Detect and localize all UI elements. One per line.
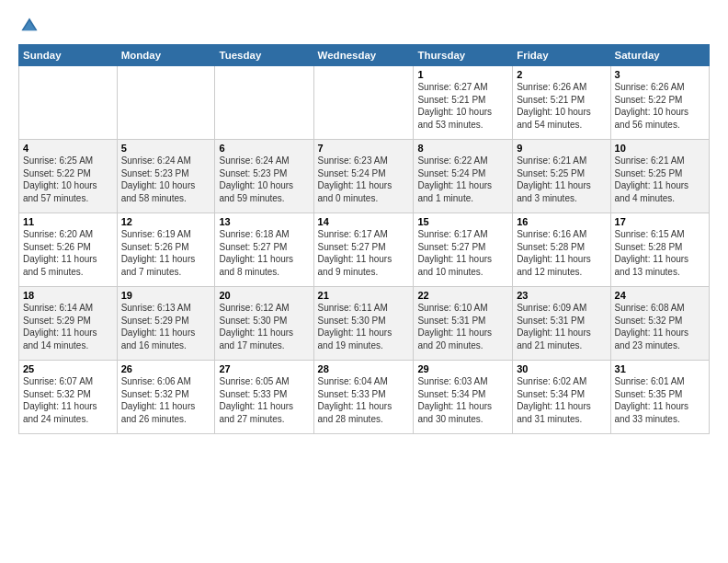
day-number: 18: [23, 290, 113, 301]
day-info: Sunrise: 6:07 AM Sunset: 5:32 PM Dayligh…: [23, 375, 113, 425]
calendar-cell: 4Sunrise: 6:25 AM Sunset: 5:22 PM Daylig…: [19, 140, 118, 213]
day-info: Sunrise: 6:19 AM Sunset: 5:26 PM Dayligh…: [121, 228, 211, 278]
day-info: Sunrise: 6:21 AM Sunset: 5:25 PM Dayligh…: [517, 155, 606, 204]
day-info: Sunrise: 6:21 AM Sunset: 5:25 PM Dayligh…: [615, 155, 705, 204]
calendar-cell: [313, 66, 414, 140]
calendar-header-row: SundayMondayTuesdayWednesdayThursdayFrid…: [19, 45, 710, 66]
calendar-cell: 26Sunrise: 6:06 AM Sunset: 5:32 PM Dayli…: [117, 361, 215, 434]
day-number: 7: [318, 143, 410, 154]
day-number: 2: [517, 69, 606, 80]
calendar-cell: 18Sunrise: 6:14 AM Sunset: 5:29 PM Dayli…: [19, 287, 118, 361]
calendar-cell: 28Sunrise: 6:04 AM Sunset: 5:33 PM Dayli…: [313, 361, 414, 434]
day-number: 19: [121, 290, 211, 301]
day-info: Sunrise: 6:22 AM Sunset: 5:24 PM Dayligh…: [417, 155, 508, 204]
calendar-cell: 31Sunrise: 6:01 AM Sunset: 5:35 PM Dayli…: [610, 361, 709, 434]
calendar-day-header: Monday: [117, 45, 215, 66]
calendar-cell: 1Sunrise: 6:27 AM Sunset: 5:21 PM Daylig…: [414, 66, 513, 140]
day-info: Sunrise: 6:24 AM Sunset: 5:23 PM Dayligh…: [121, 155, 211, 204]
calendar-cell: 24Sunrise: 6:08 AM Sunset: 5:32 PM Dayli…: [610, 287, 709, 361]
day-info: Sunrise: 6:20 AM Sunset: 5:26 PM Dayligh…: [23, 228, 113, 278]
calendar-cell: 30Sunrise: 6:02 AM Sunset: 5:34 PM Dayli…: [513, 361, 610, 434]
day-info: Sunrise: 6:15 AM Sunset: 5:28 PM Dayligh…: [615, 228, 705, 278]
day-info: Sunrise: 6:23 AM Sunset: 5:24 PM Dayligh…: [318, 155, 410, 204]
logo-icon: [18, 15, 40, 37]
day-number: 6: [219, 143, 309, 154]
day-info: Sunrise: 6:06 AM Sunset: 5:32 PM Dayligh…: [121, 375, 211, 425]
calendar-cell: [117, 66, 215, 140]
day-number: 13: [219, 216, 309, 227]
day-number: 10: [615, 143, 705, 154]
day-info: Sunrise: 6:04 AM Sunset: 5:33 PM Dayligh…: [318, 375, 410, 425]
calendar-cell: 23Sunrise: 6:09 AM Sunset: 5:31 PM Dayli…: [513, 287, 610, 361]
day-info: Sunrise: 6:27 AM Sunset: 5:21 PM Dayligh…: [417, 81, 508, 131]
day-number: 11: [23, 216, 113, 227]
day-number: 5: [121, 143, 211, 154]
logo: [18, 15, 44, 37]
calendar-cell: [19, 66, 118, 140]
calendar-day-header: Saturday: [610, 45, 709, 66]
day-number: 4: [23, 143, 113, 154]
calendar-cell: 10Sunrise: 6:21 AM Sunset: 5:25 PM Dayli…: [610, 140, 709, 213]
calendar-cell: 9Sunrise: 6:21 AM Sunset: 5:25 PM Daylig…: [513, 140, 610, 213]
day-info: Sunrise: 6:24 AM Sunset: 5:23 PM Dayligh…: [219, 155, 309, 204]
day-info: Sunrise: 6:12 AM Sunset: 5:30 PM Dayligh…: [219, 302, 309, 351]
calendar-cell: 20Sunrise: 6:12 AM Sunset: 5:30 PM Dayli…: [215, 287, 313, 361]
calendar-cell: 8Sunrise: 6:22 AM Sunset: 5:24 PM Daylig…: [414, 140, 513, 213]
day-info: Sunrise: 6:26 AM Sunset: 5:21 PM Dayligh…: [517, 81, 606, 131]
calendar-cell: 14Sunrise: 6:17 AM Sunset: 5:27 PM Dayli…: [313, 213, 414, 287]
day-info: Sunrise: 6:08 AM Sunset: 5:32 PM Dayligh…: [615, 302, 705, 351]
calendar-week-row: 1Sunrise: 6:27 AM Sunset: 5:21 PM Daylig…: [19, 66, 710, 140]
day-number: 22: [417, 290, 508, 301]
calendar-cell: 16Sunrise: 6:16 AM Sunset: 5:28 PM Dayli…: [513, 213, 610, 287]
calendar-cell: 22Sunrise: 6:10 AM Sunset: 5:31 PM Dayli…: [414, 287, 513, 361]
calendar-cell: [215, 66, 313, 140]
day-number: 29: [417, 363, 508, 374]
day-number: 24: [615, 290, 705, 301]
day-info: Sunrise: 6:05 AM Sunset: 5:33 PM Dayligh…: [219, 375, 309, 425]
day-number: 3: [615, 69, 705, 80]
day-number: 8: [417, 143, 508, 154]
day-info: Sunrise: 6:18 AM Sunset: 5:27 PM Dayligh…: [219, 228, 309, 278]
day-info: Sunrise: 6:16 AM Sunset: 5:28 PM Dayligh…: [517, 228, 606, 278]
calendar-cell: 2Sunrise: 6:26 AM Sunset: 5:21 PM Daylig…: [513, 66, 610, 140]
day-info: Sunrise: 6:02 AM Sunset: 5:34 PM Dayligh…: [517, 375, 606, 425]
calendar-week-row: 18Sunrise: 6:14 AM Sunset: 5:29 PM Dayli…: [19, 287, 710, 361]
day-info: Sunrise: 6:17 AM Sunset: 5:27 PM Dayligh…: [417, 228, 508, 278]
day-info: Sunrise: 6:11 AM Sunset: 5:30 PM Dayligh…: [318, 302, 410, 351]
day-number: 14: [318, 216, 410, 227]
calendar-day-header: Wednesday: [313, 45, 414, 66]
day-info: Sunrise: 6:10 AM Sunset: 5:31 PM Dayligh…: [417, 302, 508, 351]
day-number: 30: [517, 363, 606, 374]
calendar-cell: 7Sunrise: 6:23 AM Sunset: 5:24 PM Daylig…: [313, 140, 414, 213]
day-number: 12: [121, 216, 211, 227]
day-number: 21: [318, 290, 410, 301]
day-number: 17: [615, 216, 705, 227]
day-info: Sunrise: 6:13 AM Sunset: 5:29 PM Dayligh…: [121, 302, 211, 351]
calendar-cell: 13Sunrise: 6:18 AM Sunset: 5:27 PM Dayli…: [215, 213, 313, 287]
calendar-cell: 11Sunrise: 6:20 AM Sunset: 5:26 PM Dayli…: [19, 213, 118, 287]
day-info: Sunrise: 6:01 AM Sunset: 5:35 PM Dayligh…: [615, 375, 705, 425]
day-number: 1: [417, 69, 508, 80]
calendar-week-row: 11Sunrise: 6:20 AM Sunset: 5:26 PM Dayli…: [19, 213, 710, 287]
calendar-cell: 29Sunrise: 6:03 AM Sunset: 5:34 PM Dayli…: [414, 361, 513, 434]
calendar-day-header: Friday: [513, 45, 610, 66]
day-number: 20: [219, 290, 309, 301]
calendar-day-header: Sunday: [19, 45, 118, 66]
day-info: Sunrise: 6:26 AM Sunset: 5:22 PM Dayligh…: [615, 81, 705, 131]
calendar-cell: 5Sunrise: 6:24 AM Sunset: 5:23 PM Daylig…: [117, 140, 215, 213]
calendar-cell: 15Sunrise: 6:17 AM Sunset: 5:27 PM Dayli…: [414, 213, 513, 287]
calendar-table: SundayMondayTuesdayWednesdayThursdayFrid…: [18, 44, 710, 434]
day-info: Sunrise: 6:17 AM Sunset: 5:27 PM Dayligh…: [318, 228, 410, 278]
day-number: 27: [219, 363, 309, 374]
calendar-week-row: 25Sunrise: 6:07 AM Sunset: 5:32 PM Dayli…: [19, 361, 710, 434]
day-info: Sunrise: 6:09 AM Sunset: 5:31 PM Dayligh…: [517, 302, 606, 351]
day-number: 23: [517, 290, 606, 301]
day-number: 15: [417, 216, 508, 227]
day-number: 28: [318, 363, 410, 374]
calendar-cell: 27Sunrise: 6:05 AM Sunset: 5:33 PM Dayli…: [215, 361, 313, 434]
calendar-cell: 19Sunrise: 6:13 AM Sunset: 5:29 PM Dayli…: [117, 287, 215, 361]
day-info: Sunrise: 6:14 AM Sunset: 5:29 PM Dayligh…: [23, 302, 113, 351]
day-number: 31: [615, 363, 705, 374]
calendar-day-header: Tuesday: [215, 45, 313, 66]
page-header: [18, 15, 710, 37]
